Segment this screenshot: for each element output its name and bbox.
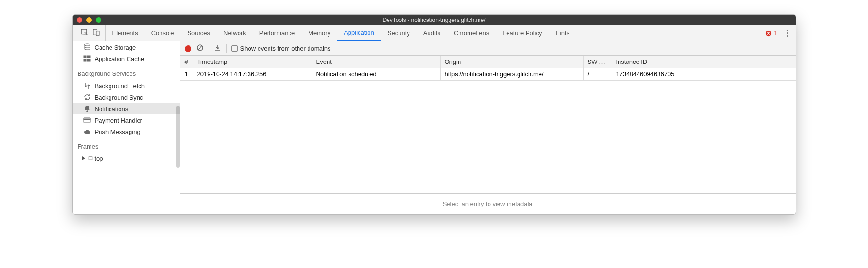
frame-label: top	[95, 155, 103, 162]
tab-performance[interactable]: Performance	[253, 25, 301, 41]
tab-elements[interactable]: Elements	[106, 25, 145, 41]
frame-icon	[88, 156, 93, 161]
svg-rect-6	[87, 56, 90, 58]
record-button[interactable]	[185, 45, 191, 52]
svg-rect-8	[87, 59, 90, 61]
sidebar-label: Background Fetch	[95, 82, 145, 90]
checkbox-label: Show events from other domains	[240, 45, 331, 52]
sidebar-label: Payment Handler	[95, 117, 142, 124]
toolbar-divider	[209, 44, 209, 53]
col-sw-scope[interactable]: SW …	[584, 56, 612, 68]
tab-application[interactable]: Application	[337, 25, 381, 41]
svg-rect-2	[96, 31, 99, 36]
sidebar-item-notifications[interactable]: Notifications	[73, 103, 180, 114]
tab-audits[interactable]: Audits	[417, 25, 447, 41]
sidebar-heading-frames: Frames	[73, 137, 180, 153]
table-body: 1 2019-10-24 14:17:36.256 Notification s…	[180, 68, 796, 194]
sidebar-heading-background-services: Background Services	[73, 64, 180, 80]
svg-point-4	[84, 44, 90, 46]
sidebar-item-cache-storage[interactable]: Cache Storage	[73, 41, 180, 53]
cell-timestamp: 2019-10-24 14:17:36.256	[193, 68, 312, 80]
sidebar-label: Cache Storage	[95, 44, 136, 51]
window-minimize-button[interactable]	[86, 17, 92, 23]
detail-hint: Select an entry to view metadata	[180, 194, 796, 214]
cell-event: Notification scheduled	[312, 68, 441, 80]
download-button[interactable]	[214, 44, 221, 53]
tab-feature-policy[interactable]: Feature Policy	[496, 25, 549, 41]
database-icon	[83, 43, 91, 51]
error-count-badge[interactable]: 1	[765, 30, 777, 37]
error-icon	[765, 30, 772, 37]
clear-button[interactable]	[196, 44, 204, 53]
sidebar-label: Application Cache	[95, 55, 145, 62]
col-event[interactable]: Event	[312, 56, 441, 68]
cell-number: 1	[180, 68, 193, 80]
window-close-button[interactable]	[77, 17, 82, 23]
svg-rect-5	[84, 56, 86, 58]
toolbar-divider	[226, 44, 227, 53]
svg-point-9	[86, 111, 88, 112]
card-icon	[83, 116, 91, 124]
svg-rect-11	[84, 119, 90, 120]
tab-console[interactable]: Console	[145, 25, 181, 41]
inspect-icon[interactable]	[80, 28, 89, 38]
svg-rect-7	[84, 59, 86, 61]
col-timestamp[interactable]: Timestamp	[193, 56, 312, 68]
col-number[interactable]: #	[180, 56, 193, 68]
sidebar-item-push-messaging[interactable]: Push Messaging	[73, 126, 180, 137]
sidebar-label: Notifications	[95, 105, 129, 113]
fetch-icon	[83, 82, 91, 90]
tab-security[interactable]: Security	[381, 25, 417, 41]
show-other-domains-input[interactable]	[231, 45, 238, 52]
table-header-row: # Timestamp Event Origin SW … Instance I…	[180, 56, 796, 68]
sidebar-item-application-cache[interactable]: Application Cache	[73, 53, 180, 64]
show-other-domains-checkbox[interactable]: Show events from other domains	[231, 45, 331, 52]
table-row[interactable]: 1 2019-10-24 14:17:36.256 Notification s…	[180, 68, 796, 81]
col-origin[interactable]: Origin	[441, 56, 584, 68]
events-toolbar: Show events from other domains	[180, 41, 796, 56]
window-controls	[77, 17, 101, 23]
tab-memory[interactable]: Memory	[301, 25, 337, 41]
more-menu-button[interactable]	[782, 30, 793, 37]
sidebar-item-background-sync[interactable]: Background Sync	[73, 92, 180, 103]
tab-chromelens[interactable]: ChromeLens	[447, 25, 496, 41]
tab-hints[interactable]: Hints	[549, 25, 576, 41]
main-panel: Show events from other domains # Timesta…	[180, 41, 796, 214]
grid-icon	[83, 55, 91, 62]
sidebar-scrollbar[interactable]	[176, 106, 180, 168]
devtools-tabbar: Elements Console Sources Network Perform…	[73, 25, 796, 41]
sidebar-label: Background Sync	[95, 94, 143, 101]
tabbar-left-tools	[76, 25, 106, 41]
sidebar-item-background-fetch[interactable]: Background Fetch	[73, 80, 180, 92]
events-table: # Timestamp Event Origin SW … Instance I…	[180, 56, 796, 214]
window-maximize-button[interactable]	[96, 17, 101, 23]
bell-icon	[83, 105, 91, 113]
tab-sources[interactable]: Sources	[180, 25, 217, 41]
sync-icon	[83, 93, 91, 101]
window-title: DevTools - notification-triggers.glitch.…	[73, 17, 796, 23]
device-icon[interactable]	[92, 28, 100, 38]
svg-rect-12	[89, 157, 92, 160]
titlebar: DevTools - notification-triggers.glitch.…	[73, 15, 796, 25]
col-instance-id[interactable]: Instance ID	[612, 56, 796, 68]
tab-network[interactable]: Network	[217, 25, 253, 41]
cell-sw-scope: /	[584, 68, 612, 80]
cell-origin: https://notification-triggers.glitch.me/	[441, 68, 584, 80]
sidebar-item-payment-handler[interactable]: Payment Handler	[73, 114, 180, 126]
sidebar: Cache Storage Application Cache Backgrou…	[73, 41, 180, 214]
expand-triangle-icon	[81, 156, 86, 161]
devtools-window: DevTools - notification-triggers.glitch.…	[72, 14, 796, 215]
sidebar-frame-top[interactable]: top	[73, 153, 180, 164]
cloud-icon	[83, 128, 91, 135]
sidebar-label: Push Messaging	[95, 128, 140, 135]
cell-instance-id: 17348446094636705	[612, 68, 796, 80]
